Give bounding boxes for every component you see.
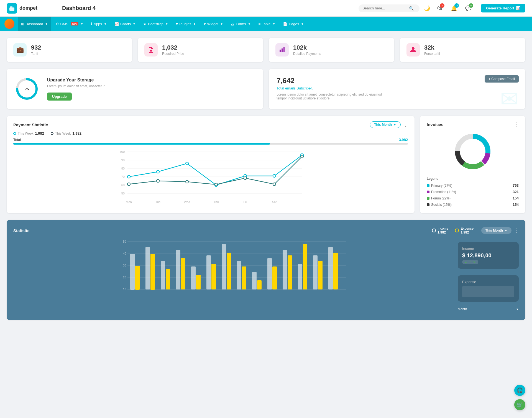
top-bar: dompet Dashboard 4 🔍 🌙 🛍 2 🔔 12 💬 5 Gene… (0, 0, 532, 17)
nav-avatar (4, 19, 14, 29)
line-chart-container: 100 90 80 70 60 50 (13, 149, 408, 205)
nav-item-forms[interactable]: 🖨 Forms ▼ (227, 17, 254, 31)
nav-item-pages[interactable]: 📄 Pages ▼ (280, 17, 307, 31)
statistic-more-icon[interactable]: ⋮ (514, 227, 519, 234)
generate-report-label: Generate Report (486, 6, 514, 10)
svg-text:Fri: Fri (244, 200, 247, 204)
income-expense-panels: Income $ 12,890,00 ▲ +15% Expense Month … (458, 239, 519, 313)
invoices-header: Invoices ⋮ (427, 121, 519, 127)
svg-point-26 (127, 183, 130, 186)
dashboard-nav-icon: ⊞ (21, 22, 24, 26)
expense-legend-info: Expense 1.982 (461, 227, 474, 234)
search-icon[interactable]: 🔍 (409, 6, 414, 11)
svg-point-31 (273, 183, 276, 186)
payment-header: Payment Statistic This Month ▼ ⋮ (13, 121, 408, 128)
more-options-icon[interactable]: ⋮ (403, 122, 408, 128)
legend-dot-1 (13, 132, 16, 135)
storage-percent-label: 75 (25, 87, 29, 91)
income-label: Income (438, 227, 448, 230)
month-selector-row: Month ▼ (458, 305, 519, 313)
chevron-down-icon-widget: ▼ (220, 22, 223, 25)
widget-nav-icon: ♥ (204, 22, 206, 26)
legend-row-primary: Primary (27%) 763 (427, 182, 519, 189)
svg-rect-56 (145, 247, 150, 289)
stat-card-tariff: 💼 932 Tariff (7, 38, 132, 62)
new-badge: New (71, 22, 78, 25)
promotion-legend-label: Promotion (11%) (427, 190, 456, 194)
primary-count: 763 (513, 183, 519, 188)
income-legend-item: Income 1.982 (432, 227, 448, 234)
month-chevron-icon[interactable]: ▼ (516, 308, 519, 311)
compose-email-button[interactable]: + Compose Email (485, 75, 519, 83)
total-label: Total (13, 138, 21, 142)
promotion-color-swatch (427, 191, 429, 193)
svg-text:70: 70 (121, 175, 125, 178)
svg-rect-70 (252, 272, 257, 289)
statistic-filter-label: This Month (485, 229, 503, 232)
statistic-card: Statistic Income 1.982 Expense (7, 220, 525, 320)
legend-dot-2 (51, 132, 53, 135)
detailed-payments-icon (275, 43, 289, 57)
nav-item-table[interactable]: ≡ Table ▼ (255, 17, 279, 31)
force-tariff-icon (406, 43, 420, 57)
email-desc: Lorem ipsum dolor sit amet, consectetur … (277, 93, 387, 100)
svg-point-28 (186, 180, 188, 183)
svg-text:Mon: Mon (126, 200, 132, 204)
total-value: 3.982 (399, 138, 408, 142)
svg-rect-63 (196, 275, 201, 289)
legend-label-2: This Week (55, 132, 71, 135)
primary-legend-label: Primary (27%) (427, 184, 452, 188)
invoices-more-icon[interactable]: ⋮ (514, 121, 519, 127)
nav-label-table: Table (262, 22, 270, 26)
upgrade-button[interactable]: Upgrade (47, 93, 72, 101)
primary-label-text: Primary (27%) (431, 184, 452, 188)
nav-item-bootstrap[interactable]: ★ Bootstrap ▼ (140, 17, 172, 31)
chat-badge: 5 (469, 3, 473, 8)
generate-report-button[interactable]: Generate Report 📊 (481, 4, 525, 12)
email-count: 7,642 (277, 76, 518, 85)
bar-chart-svg: 50 40 30 20 10 (13, 239, 452, 300)
expense-legend-item: Expense 1.982 (455, 227, 474, 234)
charts-row: Payment Statistic This Month ▼ ⋮ This We… (7, 116, 525, 213)
svg-text:10: 10 (123, 288, 126, 291)
stat-info-tariff: 932 Tariff (31, 44, 41, 56)
nav-item-apps[interactable]: ℹ Apps ▼ (88, 17, 110, 31)
bag-icon-btn[interactable]: 🛍 2 (434, 3, 444, 13)
invoices-donut-wrap (427, 131, 519, 172)
tariff-value: 932 (31, 44, 41, 51)
search-input[interactable] (362, 6, 407, 10)
middle-row: 75 Upgrade Your Storage Lorem ipsum dolo… (7, 69, 525, 109)
top-icons: 🌙 🛍 2 🔔 12 💬 5 Generate Report 📊 (424, 3, 525, 13)
nav-item-plugins[interactable]: ♥ Plugins ▼ (173, 17, 199, 31)
svg-rect-60 (176, 250, 180, 289)
svg-rect-81 (333, 253, 338, 289)
chevron-down-icon-table: ▼ (272, 22, 275, 25)
legend-item-2: This Week 1.982 (51, 131, 81, 135)
bar-chart-container: 50 40 30 20 10 (13, 239, 452, 313)
nav-item-widget[interactable]: ♥ Widget ▼ (200, 17, 226, 31)
svg-rect-55 (135, 266, 140, 290)
nav-item-cms[interactable]: ⚙ CMS New ▼ (52, 17, 87, 31)
invoices-title: Invoices (427, 122, 443, 127)
chat-icon-btn[interactable]: 💬 5 (463, 3, 473, 13)
filter-label: This Month (374, 123, 392, 127)
svg-point-24 (273, 175, 276, 177)
svg-point-29 (215, 183, 218, 186)
payment-total-row: Total 3.982 (13, 138, 408, 142)
stat-card-detailed-payments: 102k Detailed Payments (269, 38, 394, 62)
svg-text:30: 30 (123, 264, 126, 267)
invoices-donut-chart (452, 131, 493, 172)
nav-item-dashboard[interactable]: ⊞ Dashboard ▼ (18, 17, 51, 31)
bell-icon-btn[interactable]: 🔔 12 (449, 3, 459, 13)
legend-item-1: This Week 1.982 (13, 131, 44, 135)
mail-background-icon: ✉ (500, 86, 519, 109)
payment-filter: This Month ▼ ⋮ (370, 121, 408, 128)
nav-label-bootstrap: Bootstrap (148, 22, 163, 26)
expense-placeholder (462, 286, 514, 297)
storage-title: Upgrade Your Storage (47, 78, 105, 83)
nav-item-charts[interactable]: 📈 Charts ▼ (111, 17, 139, 31)
this-month-filter-button[interactable]: This Month ▼ (370, 121, 401, 128)
svg-rect-78 (313, 255, 318, 289)
moon-icon[interactable]: 🌙 (424, 5, 430, 11)
statistic-month-filter-button[interactable]: This Month ▼ (481, 227, 511, 234)
